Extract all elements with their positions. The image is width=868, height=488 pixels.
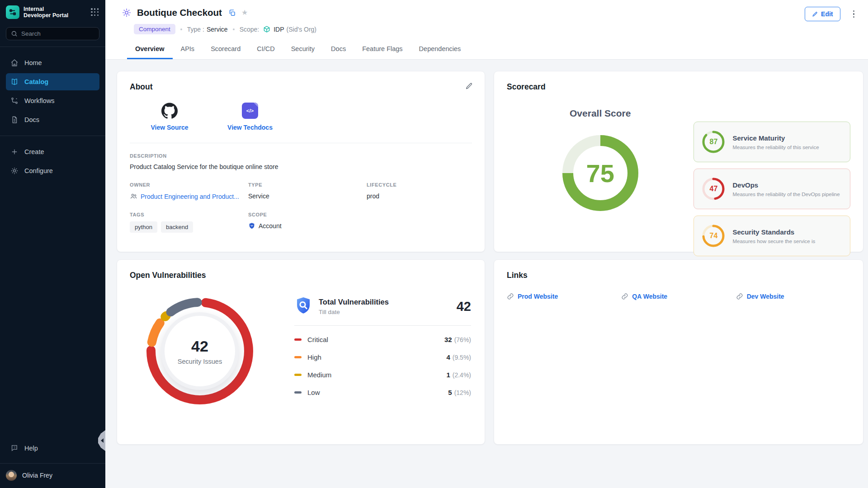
entity-meta: Component Type : Service Scope: IDP (Sid… xyxy=(134,24,856,34)
total-vulnerabilities-value: 42 xyxy=(457,299,471,314)
security-issues-label: Security Issues xyxy=(178,358,222,365)
tab-apis[interactable]: APIs xyxy=(173,41,203,59)
app-switcher-icon[interactable] xyxy=(90,8,99,17)
view-techdocs-link[interactable]: </> View Techdocs xyxy=(220,103,280,131)
workflows-icon xyxy=(10,97,19,105)
techdocs-icon: </> xyxy=(242,103,258,119)
sidebar: Internal Developer Portal Home Catalog W… xyxy=(0,0,105,488)
score-value: 87 xyxy=(701,130,726,154)
scope-field-value: Account xyxy=(259,222,282,230)
sidebar-divider xyxy=(0,47,105,47)
sidebar-bottom: ? Help Olivia Frey xyxy=(0,439,105,488)
scope-org: (Sid's Org) xyxy=(287,26,316,33)
legend-row-critical: Critical 32 (76%) xyxy=(294,336,471,343)
user-name: Olivia Frey xyxy=(22,472,52,479)
overall-score-value: 75 xyxy=(557,130,644,216)
docs-icon xyxy=(10,116,19,124)
star-button[interactable]: ★ xyxy=(241,9,248,16)
legend-swatch xyxy=(294,356,302,358)
gear-icon xyxy=(10,167,19,175)
page-title: Boutique Checkout xyxy=(137,7,222,18)
sidebar-item-catalog[interactable]: Catalog xyxy=(6,73,99,90)
page-header: Boutique Checkout ★ Edit Component Type … xyxy=(105,0,868,60)
sidebar-item-configure[interactable]: Configure xyxy=(6,162,99,179)
home-icon xyxy=(10,59,19,67)
link-prod-website[interactable]: Prod Website xyxy=(507,293,621,300)
scorecard-item-service-maturity[interactable]: 87 Service Maturity Measures the reliabi… xyxy=(693,122,850,162)
sidebar-item-label: Workflows xyxy=(24,97,55,104)
scorecard-item-security-standards[interactable]: 74 Security Standards Measures how secur… xyxy=(693,216,850,256)
avatar xyxy=(6,470,17,481)
legend-swatch xyxy=(294,338,302,341)
owner-link[interactable]: Product Engineering and Product... xyxy=(141,193,239,200)
sidebar-item-workflows[interactable]: Workflows xyxy=(6,92,99,109)
sidebar-item-help[interactable]: ? Help xyxy=(6,440,99,457)
link-dev-website[interactable]: Dev Website xyxy=(736,293,850,300)
sidebar-item-label: Help xyxy=(24,445,38,452)
link-qa-website[interactable]: QA Website xyxy=(621,293,736,300)
more-options-button[interactable] xyxy=(851,9,857,20)
scope-value: IDP xyxy=(274,26,284,33)
help-icon: ? xyxy=(10,444,19,452)
about-heading: About xyxy=(130,82,472,92)
link-icon xyxy=(507,293,514,300)
links-heading: Links xyxy=(507,271,850,280)
score-description: Measures the reliability of the DevOps p… xyxy=(732,192,840,197)
svg-text:?: ? xyxy=(14,446,15,450)
sidebar-item-label: Configure xyxy=(24,167,53,174)
sidebar-item-label: Docs xyxy=(24,116,39,123)
sidebar-item-label: Catalog xyxy=(24,78,48,85)
user-menu[interactable]: Olivia Frey xyxy=(0,465,105,482)
search-icon xyxy=(11,30,18,37)
copy-button[interactable] xyxy=(228,9,236,17)
overall-score-chart: Overall Score 75 xyxy=(507,93,693,256)
sidebar-item-create[interactable]: Create xyxy=(6,143,99,160)
sidebar-search[interactable] xyxy=(6,27,99,40)
app-window: Internal Developer Portal Home Catalog W… xyxy=(0,0,868,488)
tab-overview[interactable]: Overview xyxy=(127,41,173,59)
score-title: DevOps xyxy=(732,181,840,189)
tab-scorecard[interactable]: Scorecard xyxy=(203,41,249,59)
scorecard-item-devops[interactable]: 47 DevOps Measures the reliability of th… xyxy=(693,169,850,209)
shield-search-icon xyxy=(294,296,312,316)
tab-feature-flags[interactable]: Feature Flags xyxy=(354,41,410,59)
sidebar-item-docs[interactable]: Docs xyxy=(6,111,99,128)
total-vulnerabilities-subtitle: Till date xyxy=(319,309,389,315)
link-icon xyxy=(736,293,743,300)
legend-swatch xyxy=(294,374,302,376)
legend-row-low: Low 5 (12%) xyxy=(294,389,471,396)
type-value: Service xyxy=(207,26,228,33)
about-card: About View Source </> View Techdocs DESC… xyxy=(117,71,485,252)
tab-security[interactable]: Security xyxy=(283,41,323,59)
chevron-left-icon xyxy=(101,438,104,443)
tab-cicd[interactable]: CI/CD xyxy=(249,41,283,59)
tab-bar: Overview APIs Scorecard CI/CD Security D… xyxy=(127,41,856,59)
app-title: Internal Developer Portal xyxy=(24,6,90,19)
sidebar-item-home[interactable]: Home xyxy=(6,54,99,71)
tags-label: TAGS xyxy=(130,212,248,217)
description-value: Product Catalog Service for the boutique… xyxy=(130,163,472,170)
sidebar-item-label: Create xyxy=(24,148,44,155)
edit-button[interactable]: Edit xyxy=(805,7,840,21)
view-source-link[interactable]: View Source xyxy=(140,103,199,131)
dot-separator xyxy=(180,28,182,30)
score-value: 47 xyxy=(701,177,726,201)
about-edit-button[interactable] xyxy=(465,82,473,90)
tag-backend[interactable]: backend xyxy=(161,221,193,233)
pencil-icon xyxy=(812,11,818,17)
vulnerabilities-donut: 42 Security Issues xyxy=(145,296,255,406)
catalog-icon xyxy=(10,78,19,86)
people-icon xyxy=(130,192,137,200)
tag-python[interactable]: python xyxy=(130,221,157,233)
legend-row-high: High 4 (9.5%) xyxy=(294,353,471,361)
sidebar-item-label: Home xyxy=(24,59,42,66)
tab-dependencies[interactable]: Dependencies xyxy=(411,41,469,59)
search-input[interactable] xyxy=(21,30,85,37)
vulnerabilities-card: Open Vulnerabilities 42 Security Issues xyxy=(117,259,485,445)
score-description: Measures the reliability of this service xyxy=(732,145,819,150)
tab-docs[interactable]: Docs xyxy=(323,41,354,59)
link-icon xyxy=(621,293,628,300)
total-vulnerabilities-title: Total Vulnerabilities xyxy=(319,298,389,306)
divider xyxy=(130,143,472,143)
links-card: Links Prod Website QA Website Dev Websit… xyxy=(494,259,863,445)
